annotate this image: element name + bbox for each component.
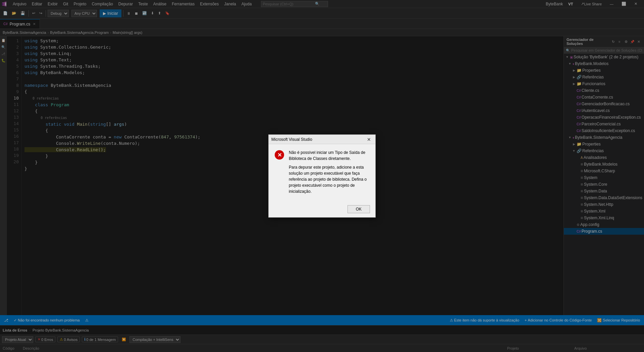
modal-footer: OK [269, 202, 375, 217]
modal-title: Microsoft Visual Studio [271, 137, 365, 142]
modal-close-btn[interactable]: ✕ [365, 136, 373, 143]
modal-dialog: Microsoft Visual Studio ✕ ✕ Não é possív… [268, 134, 376, 218]
modal-error-icon: ✕ [274, 150, 285, 160]
modal-overlay: Microsoft Visual Studio ✕ ✕ Não é possív… [0, 0, 644, 352]
modal-message1: Não é possível iniciar um Tipo de Saída … [289, 150, 370, 162]
error-circle: ✕ [275, 150, 284, 160]
modal-body: ✕ Não é possível iniciar um Tipo de Saíd… [269, 144, 375, 202]
modal-text: Não é possível iniciar um Tipo de Saída … [289, 150, 370, 197]
modal-ok-btn[interactable]: OK [347, 205, 370, 213]
modal-message2: Para depurar este projeto, adicione a es… [289, 164, 370, 194]
modal-titlebar: Microsoft Visual Studio ✕ [269, 135, 375, 144]
